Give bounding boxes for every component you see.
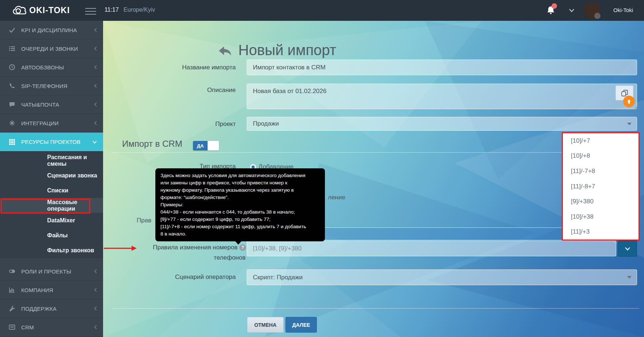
description-textarea[interactable]: Новая база от 01.02.2026 bbox=[247, 84, 637, 109]
chevron-left-icon bbox=[94, 83, 97, 88]
sidebar-divider bbox=[0, 258, 103, 262]
dropdown-option[interactable]: [11]/-7+8 bbox=[563, 164, 639, 179]
list-icon bbox=[9, 45, 17, 52]
page-title: Новый импорт bbox=[238, 42, 336, 58]
description-label: Описание bbox=[110, 87, 236, 94]
account-name[interactable]: Oki-Toki bbox=[613, 7, 633, 13]
import-crm-heading: Импорт в CRM bbox=[122, 139, 182, 149]
clock-icon bbox=[9, 64, 17, 70]
chevron-down-icon bbox=[92, 140, 97, 144]
import-name-input[interactable]: Импорт контактов в CRM bbox=[247, 60, 637, 75]
clock-time: 11:17 bbox=[105, 7, 119, 13]
submenu-item-datamixer[interactable]: DataMixer bbox=[0, 213, 103, 228]
sidebar-item-crm[interactable]: CRM bbox=[0, 318, 103, 337]
sidebar-item-kpi[interactable]: KPI И ДИСЦИПЛИНА bbox=[0, 21, 103, 39]
chevron-left-icon bbox=[94, 46, 97, 51]
footer-divider bbox=[112, 308, 639, 309]
crm-list-icon bbox=[9, 324, 17, 330]
phone-rules-input[interactable]: [10]/+38, [9]/+380 bbox=[247, 241, 616, 256]
grid-icon bbox=[9, 139, 17, 145]
dropdown-option[interactable]: [10]/+7 bbox=[563, 133, 639, 149]
chevron-left-icon bbox=[94, 120, 97, 126]
submenu-item-call-filter[interactable]: Фильтр звонков bbox=[0, 243, 103, 258]
toggle-off-segment bbox=[208, 141, 219, 150]
top-bar: OKI-TOKI 11:17 Europe/Kyiv Oki-Toki bbox=[0, 0, 644, 21]
toggle-icon bbox=[9, 268, 17, 275]
covered-radio-option-fragment: ление bbox=[328, 194, 345, 201]
sidebar: KPI И ДИСЦИПЛИНА ОЧЕРЕДИ И ЗВОНКИ АВТООБ… bbox=[0, 21, 103, 337]
bar-chart-icon bbox=[9, 287, 17, 293]
account-chevron-down-icon[interactable] bbox=[569, 8, 575, 13]
wrench-icon bbox=[9, 305, 17, 312]
sidebar-item-roles-projects[interactable]: РОЛИ И ПРОЕКТЫ bbox=[0, 262, 103, 281]
next-button[interactable]: ДАЛЕЕ bbox=[285, 317, 317, 333]
upload-button[interactable] bbox=[623, 96, 635, 107]
chevron-left-icon bbox=[94, 306, 97, 311]
phone-rules-options-dropdown: [10]/+7 [10]/+8 [11]/-7+8 [11]/-8+7 [9]/… bbox=[562, 132, 640, 241]
project-resources-submenu: Расписания и смены Сценарии звонка Списк… bbox=[0, 151, 103, 258]
chevron-left-icon bbox=[94, 27, 97, 32]
covered-field-label-fragment: Прав bbox=[137, 217, 151, 224]
copy-icon bbox=[621, 89, 628, 97]
dropdown-option[interactable]: [10]/+38 bbox=[563, 209, 639, 225]
avatar-status-circle bbox=[594, 13, 601, 19]
submenu-item-mass-operations[interactable]: Массовые операции bbox=[0, 198, 103, 213]
phone-rules-label-line2: телефонов bbox=[110, 254, 246, 261]
chevron-left-icon bbox=[94, 325, 97, 330]
cancel-button[interactable]: ОТМЕНА bbox=[247, 317, 284, 333]
app-logo: OKI-TOKI bbox=[29, 5, 70, 15]
sidebar-item-sip-telephony[interactable]: SIP-ТЕЛЕФОНИЯ bbox=[0, 77, 103, 95]
submenu-item-files[interactable]: Файлы bbox=[0, 228, 103, 243]
dropdown-option[interactable]: [10]/+8 bbox=[563, 149, 639, 164]
chat-icon bbox=[9, 101, 17, 108]
import-name-label: Название импорта bbox=[110, 64, 236, 71]
select-caret-icon bbox=[627, 276, 632, 279]
chevron-left-icon bbox=[94, 287, 97, 292]
resize-handle-icon[interactable] bbox=[634, 105, 639, 109]
sidebar-item-integrations[interactable]: ИНТЕГРАЦИИ bbox=[0, 114, 103, 133]
toggle-on-segment: ДА bbox=[193, 141, 208, 150]
operator-script-select[interactable]: Скрипт: Продажи bbox=[247, 269, 637, 285]
operator-script-label: Сценарий оператора bbox=[110, 273, 236, 281]
select-caret-icon bbox=[627, 123, 632, 125]
sidebar-item-queues[interactable]: ОЧЕРЕДИ И ЗВОНКИ bbox=[0, 39, 103, 58]
cloud-logo-icon bbox=[12, 5, 26, 16]
hamburger-menu-icon[interactable] bbox=[85, 8, 96, 17]
phone-rules-dropdown-button[interactable] bbox=[618, 241, 637, 257]
project-label: Проект bbox=[110, 120, 236, 128]
sidebar-item-company[interactable]: КОМПАНИЯ bbox=[0, 281, 103, 299]
main-content: Новый импорт Название импорта Импорт кон… bbox=[103, 21, 644, 337]
sidebar-item-project-resources[interactable]: РЕСУРСЫ ПРОЕКТОВ bbox=[0, 133, 103, 151]
chevron-down-icon bbox=[625, 247, 630, 251]
dropdown-option[interactable]: [11]/-8+7 bbox=[563, 179, 639, 194]
tooltip-tail bbox=[235, 241, 242, 245]
chevron-left-icon bbox=[94, 102, 97, 107]
gears-icon bbox=[9, 120, 17, 126]
chevron-left-icon bbox=[94, 65, 97, 70]
phone-icon bbox=[9, 83, 17, 89]
help-tooltip: Здесь можно задать условия для автоматич… bbox=[155, 168, 325, 241]
check-icon bbox=[9, 27, 17, 33]
sidebar-item-chats-mail[interactable]: ЧАТЫ&ПОЧТА bbox=[0, 95, 103, 114]
notification-badge bbox=[552, 3, 557, 9]
back-arrow-icon[interactable] bbox=[218, 46, 232, 58]
project-select[interactable]: Продажи bbox=[247, 117, 637, 131]
timezone-label[interactable]: Europe/Kyiv bbox=[124, 7, 155, 13]
sidebar-item-support[interactable]: ПОДДЕРЖКА bbox=[0, 299, 103, 318]
section-divider bbox=[112, 152, 639, 153]
avatar[interactable] bbox=[584, 2, 601, 19]
annotation-red-arrow bbox=[104, 245, 137, 251]
submenu-item-lists[interactable]: Списки bbox=[0, 183, 103, 198]
arrow-up-icon bbox=[626, 99, 632, 104]
sidebar-item-autodial[interactable]: АВТООБЗВОНЫ bbox=[0, 58, 103, 77]
import-crm-toggle[interactable]: ДА bbox=[193, 141, 219, 150]
submenu-item-call-scripts[interactable]: Сценарии звонка bbox=[0, 168, 103, 183]
chevron-left-icon bbox=[94, 269, 97, 274]
help-icon[interactable]: ? bbox=[239, 244, 246, 251]
submenu-item-schedules[interactable]: Расписания и смены bbox=[0, 153, 103, 168]
dropdown-option[interactable]: [9]/+380 bbox=[563, 194, 639, 209]
dropdown-option[interactable]: [11]/+3 bbox=[563, 224, 639, 240]
